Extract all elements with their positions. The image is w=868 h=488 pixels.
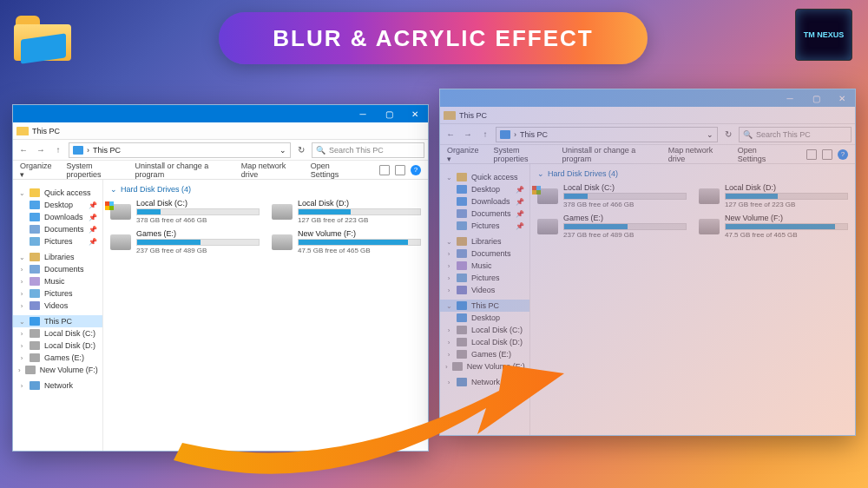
file-explorer-logo [12, 12, 73, 61]
drive-item[interactable]: Games (E:) 237 GB free of 489 GB [537, 214, 687, 239]
sidebar-item-drive-f[interactable]: ›New Volume (F:) [13, 364, 102, 376]
drive-icon [699, 188, 720, 204]
drive-item[interactable]: Local Disk (C:) 378 GB free of 466 GB [537, 183, 687, 208]
forward-button[interactable]: → [461, 128, 475, 142]
back-button[interactable]: ← [444, 128, 457, 142]
explorer-window-normal: ─ ▢ ✕ This PC ← → ↑ › This PC ⌄ ↻ 🔍 Sear… [12, 104, 429, 452]
tab-this-pc[interactable]: This PC [32, 127, 60, 135]
drive-item[interactable]: Local Disk (C:) 378 GB free of 466 GB [110, 199, 260, 224]
preview-pane-icon[interactable] [822, 149, 832, 160]
address-bar: ← → ↑ › This PC ⌄ ↻ 🔍 Search This PC [13, 140, 428, 161]
minimize-button[interactable]: ─ [350, 105, 376, 122]
close-button[interactable]: ✕ [829, 89, 855, 107]
forward-button[interactable]: → [34, 143, 48, 157]
sidebar-item-desktop-pc[interactable]: Desktop [440, 312, 529, 324]
drive-icon [272, 234, 293, 250]
maximize-button[interactable]: ▢ [803, 89, 829, 107]
sidebar-item-drive-e[interactable]: ›Games (E:) [13, 352, 102, 364]
sidebar-this-pc[interactable]: ⌄This PC [13, 315, 102, 327]
pc-icon [500, 130, 510, 139]
drive-icon [110, 204, 131, 220]
search-input[interactable]: 🔍 Search This PC [739, 127, 852, 142]
cmd-system-properties[interactable]: System properties [67, 162, 123, 179]
view-mode-icon[interactable] [806, 149, 817, 160]
sidebar-item-downloads[interactable]: Downloads📌 [440, 195, 529, 208]
sidebar-libraries[interactable]: ⌄Libraries [13, 251, 102, 263]
sidebar-item-lib-videos[interactable]: ›Videos [13, 300, 102, 312]
drive-icon [537, 188, 558, 204]
cmd-organize[interactable]: Organize ▾ [447, 146, 482, 163]
sidebar-item-lib-pictures[interactable]: ›Pictures [13, 287, 102, 300]
sidebar-item-drive-d[interactable]: ›Local Disk (D:) [440, 336, 529, 348]
sidebar-network[interactable]: ›Network [13, 379, 102, 392]
sidebar-item-lib-documents[interactable]: ›Documents [13, 263, 102, 275]
sidebar: ⌄Quick access Desktop📌 Downloads📌 Docume… [440, 164, 530, 435]
sidebar-item-pictures[interactable]: Pictures📌 [13, 235, 102, 247]
cmd-system-properties[interactable]: System properties [494, 146, 550, 163]
sidebar-item-lib-music[interactable]: ›Music [440, 260, 529, 272]
sidebar-item-lib-music[interactable]: ›Music [13, 275, 102, 287]
sidebar-quick-access[interactable]: ⌄Quick access [13, 187, 102, 199]
sidebar-item-drive-f[interactable]: ›New Volume (F:) [440, 360, 529, 373]
tab-strip: This PC [13, 122, 428, 140]
sidebar-item-downloads[interactable]: Downloads📌 [13, 211, 102, 223]
sidebar-network[interactable]: ›Network [440, 376, 529, 388]
address-bar: ← → ↑ › This PC ⌄ ↻ 🔍 Search This PC [440, 124, 855, 145]
drive-item[interactable]: New Volume (F:) 47.5 GB free of 465 GB [272, 229, 421, 254]
folder-icon [16, 127, 29, 135]
address-input[interactable]: › This PC ⌄ [69, 142, 291, 158]
drive-icon [272, 204, 293, 220]
up-button[interactable]: ↑ [478, 128, 492, 142]
cmd-open-settings[interactable]: Open Settings [311, 162, 355, 179]
help-icon[interactable]: ? [838, 149, 848, 160]
minimize-button[interactable]: ─ [777, 89, 803, 107]
sidebar-item-drive-c[interactable]: ›Local Disk (C:) [13, 327, 102, 340]
drive-item[interactable]: New Volume (F:) 47.5 GB free of 465 GB [699, 214, 848, 239]
sidebar-item-lib-videos[interactable]: ›Videos [440, 284, 529, 296]
cmd-open-settings[interactable]: Open Settings [738, 146, 782, 163]
drive-item[interactable]: Local Disk (D:) 127 GB free of 223 GB [699, 183, 848, 208]
sidebar-item-documents[interactable]: Documents📌 [440, 208, 529, 220]
sidebar-this-pc[interactable]: ⌄This PC [440, 300, 529, 312]
usage-bar [137, 209, 161, 214]
help-icon[interactable]: ? [411, 165, 421, 175]
content-pane: ⌄Hard Disk Drives (4) Local Disk (C:) 37… [530, 164, 855, 435]
folder-icon [444, 111, 456, 120]
cmd-map-network[interactable]: Map network drive [241, 162, 299, 179]
search-input[interactable]: 🔍 Search This PC [312, 142, 424, 158]
sidebar-item-lib-pictures[interactable]: ›Pictures [440, 272, 529, 284]
preview-pane-icon[interactable] [395, 165, 405, 175]
sidebar-item-desktop[interactable]: Desktop📌 [13, 199, 102, 211]
sidebar-item-documents[interactable]: Documents📌 [13, 223, 102, 235]
refresh-button[interactable]: ↻ [721, 128, 735, 142]
sidebar-quick-access[interactable]: ⌄Quick access [440, 171, 529, 183]
refresh-button[interactable]: ↻ [294, 143, 308, 157]
maximize-button[interactable]: ▢ [376, 105, 402, 122]
sidebar-item-desktop[interactable]: Desktop📌 [440, 183, 529, 195]
explorer-window-acrylic: ─ ▢ ✕ This PC ← → ↑ › This PC ⌄ ↻ 🔍 Sear… [439, 89, 856, 436]
close-button[interactable]: ✕ [402, 105, 428, 122]
sidebar-item-drive-d[interactable]: ›Local Disk (D:) [13, 340, 102, 352]
address-input[interactable]: › This PC ⌄ [496, 127, 718, 142]
sidebar-item-drive-e[interactable]: ›Games (E:) [440, 348, 529, 360]
sidebar-libraries[interactable]: ⌄Libraries [440, 235, 529, 247]
command-bar: Organize ▾ System properties Uninstall o… [13, 161, 428, 180]
section-header[interactable]: ⌄Hard Disk Drives (4) [110, 185, 421, 194]
cmd-organize[interactable]: Organize ▾ [20, 162, 55, 179]
drive-item[interactable]: Local Disk (D:) 127 GB free of 223 GB [272, 199, 421, 224]
drives-grid: Local Disk (C:) 378 GB free of 466 GB Lo… [110, 199, 421, 254]
back-button[interactable]: ← [16, 143, 30, 157]
drive-item[interactable]: Games (E:) 237 GB free of 489 GB [110, 229, 260, 254]
section-header[interactable]: ⌄Hard Disk Drives (4) [537, 169, 848, 178]
command-bar: Organize ▾ System properties Uninstall o… [440, 145, 855, 164]
sidebar-item-lib-documents[interactable]: ›Documents [440, 247, 529, 260]
titlebar: ─ ▢ ✕ [13, 105, 428, 122]
cmd-uninstall[interactable]: Uninstall or change a program [562, 146, 656, 163]
sidebar-item-pictures[interactable]: Pictures📌 [440, 220, 529, 232]
sidebar-item-drive-c[interactable]: ›Local Disk (C:) [440, 324, 529, 336]
cmd-map-network[interactable]: Map network drive [668, 146, 726, 163]
up-button[interactable]: ↑ [51, 143, 65, 157]
tab-this-pc[interactable]: This PC [459, 111, 487, 120]
cmd-uninstall[interactable]: Uninstall or change a program [135, 162, 229, 179]
view-mode-icon[interactable] [379, 165, 390, 175]
